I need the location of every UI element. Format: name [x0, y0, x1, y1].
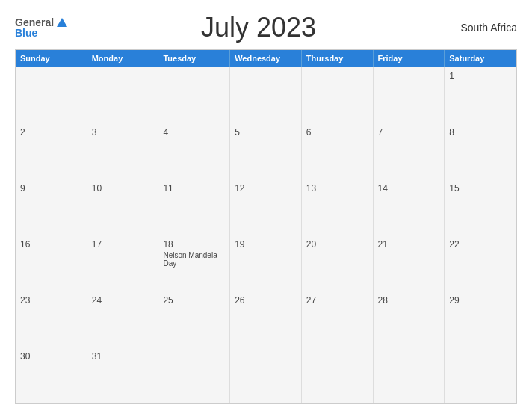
day-number: 2: [20, 127, 82, 137]
calendar-cell: [230, 67, 302, 123]
day-number: 3: [92, 127, 154, 137]
calendar-cell: 8: [445, 123, 516, 179]
calendar-week-row: 3031: [16, 347, 516, 403]
day-number: 12: [235, 183, 297, 194]
calendar-week-row: 9101112131415: [16, 179, 516, 235]
day-number: 8: [449, 127, 512, 137]
header: General Blue July 2023 South Africa: [15, 12, 517, 43]
calendar-week-row: 2345678: [16, 123, 516, 179]
calendar-cell: 3: [87, 123, 159, 179]
calendar-day-header: Monday: [87, 50, 159, 67]
day-number: 29: [449, 295, 512, 306]
holiday-label: Nelson Mandela Day: [163, 251, 225, 268]
calendar-cell: [374, 347, 445, 403]
calendar-cell: 2: [16, 123, 87, 179]
day-number: 5: [235, 127, 297, 137]
day-number: 6: [306, 127, 368, 137]
calendar-cell: 5: [230, 123, 302, 179]
day-number: 30: [20, 351, 82, 362]
calendar-cell: 22: [445, 235, 516, 291]
logo: General Blue: [15, 17, 67, 38]
day-number: 13: [306, 183, 368, 194]
calendar-cell: 27: [302, 291, 374, 347]
country-label: South Africa: [450, 22, 517, 34]
calendar-cell: [445, 347, 516, 403]
calendar-cell: 16: [16, 235, 87, 291]
calendar-cell: 11: [158, 179, 230, 235]
day-number: 28: [378, 295, 440, 306]
day-number: 9: [20, 183, 82, 194]
calendar-day-header: Sunday: [16, 50, 87, 67]
day-number: 19: [235, 239, 297, 250]
calendar-cell: 24: [87, 291, 159, 347]
calendar-header-row: SundayMondayTuesdayWednesdayThursdayFrid…: [16, 50, 516, 67]
calendar-week-row: 23242526272829: [16, 291, 516, 347]
calendar-cell: [158, 67, 230, 123]
day-number: 21: [378, 239, 440, 250]
calendar-week-row: 1: [16, 67, 516, 123]
day-number: 25: [163, 295, 225, 306]
calendar-day-header: Saturday: [445, 50, 516, 67]
calendar-cell: [302, 67, 374, 123]
calendar-cell: 4: [158, 123, 230, 179]
calendar-cell: 14: [374, 179, 445, 235]
calendar-day-header: Thursday: [302, 50, 374, 67]
day-number: 27: [306, 295, 368, 306]
calendar-cell: 26: [230, 291, 302, 347]
day-number: 23: [20, 295, 82, 306]
calendar-cell: [16, 67, 87, 123]
calendar-cell: 25: [158, 291, 230, 347]
day-number: 17: [92, 239, 154, 250]
calendar-cell: 20: [302, 235, 374, 291]
calendar-cell: 18Nelson Mandela Day: [158, 235, 230, 291]
calendar-cell: 29: [445, 291, 516, 347]
calendar-cell: 28: [374, 291, 445, 347]
calendar-cell: 9: [16, 179, 87, 235]
day-number: 18: [163, 239, 225, 250]
calendar: SundayMondayTuesdayWednesdayThursdayFrid…: [15, 49, 517, 404]
day-number: 15: [449, 183, 512, 194]
calendar-cell: 19: [230, 235, 302, 291]
calendar-cell: [230, 347, 302, 403]
calendar-cell: 23: [16, 291, 87, 347]
logo-blue-text: Blue: [15, 28, 37, 38]
day-number: 11: [163, 183, 225, 194]
calendar-cell: 15: [445, 179, 516, 235]
calendar-cell: [302, 347, 374, 403]
calendar-cell: [374, 67, 445, 123]
calendar-cell: 13: [302, 179, 374, 235]
logo-triangle-icon: [57, 18, 67, 27]
calendar-cell: 10: [87, 179, 159, 235]
day-number: 31: [92, 351, 154, 362]
day-number: 14: [378, 183, 440, 194]
day-number: 20: [306, 239, 368, 250]
calendar-title: July 2023: [67, 12, 450, 43]
calendar-cell: 7: [374, 123, 445, 179]
logo-general-text: General: [15, 17, 54, 28]
calendar-cell: 30: [16, 347, 87, 403]
day-number: 16: [20, 239, 82, 250]
calendar-day-header: Wednesday: [230, 50, 302, 67]
day-number: 24: [92, 295, 154, 306]
calendar-cell: 21: [374, 235, 445, 291]
calendar-cell: [87, 67, 159, 123]
day-number: 22: [449, 239, 512, 250]
calendar-cell: 1: [445, 67, 516, 123]
calendar-cell: 31: [87, 347, 159, 403]
calendar-cell: 12: [230, 179, 302, 235]
calendar-cell: [158, 347, 230, 403]
calendar-day-header: Tuesday: [158, 50, 230, 67]
day-number: 10: [92, 183, 154, 194]
calendar-week-row: 161718Nelson Mandela Day19202122: [16, 235, 516, 291]
day-number: 4: [163, 127, 225, 137]
day-number: 7: [378, 127, 440, 137]
calendar-cell: 6: [302, 123, 374, 179]
calendar-day-header: Friday: [374, 50, 445, 67]
day-number: 26: [235, 295, 297, 306]
page: General Blue July 2023 South Africa Sund…: [0, 0, 532, 411]
day-number: 1: [449, 71, 512, 81]
calendar-cell: 17: [87, 235, 159, 291]
